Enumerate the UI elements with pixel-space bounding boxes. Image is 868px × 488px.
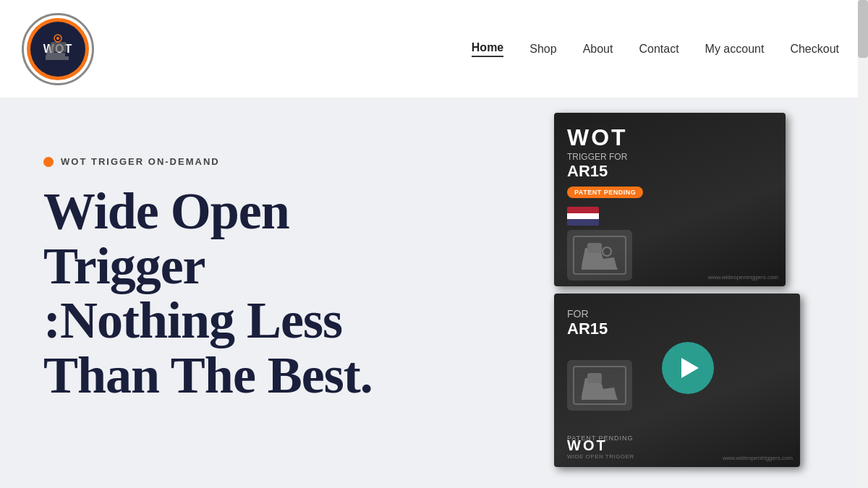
product-open-trigger-label: WIDE OPEN TRIGGER (567, 453, 634, 460)
hero-title-line4: Than The Best. (43, 346, 373, 404)
product-website-top: www.wideopentriggers.com (708, 274, 778, 281)
product-trigger-img-bottom (567, 360, 632, 411)
svg-rect-8 (587, 373, 602, 383)
svg-rect-3 (51, 42, 67, 52)
svg-rect-6 (587, 243, 602, 253)
hero-badge-row: WOT TRIGGER ON-DEMAND (43, 156, 463, 167)
hero-product-image: WOT TRIGGER FOR AR15 PATENT PENDING www.… (532, 98, 858, 488)
main-nav: Home Shop About Contact My account Check… (472, 41, 839, 57)
product-patent-top: PATENT PENDING (567, 187, 643, 198)
site-logo: WOT (22, 13, 94, 85)
product-trigger-img-top (567, 230, 632, 281)
hero-title: Wide Open Trigger :Nothing Less Than The… (43, 184, 463, 403)
svg-point-5 (56, 37, 59, 40)
nav-home[interactable]: Home (472, 41, 503, 57)
hero-badge-label: WOT TRIGGER ON-DEMAND (61, 156, 220, 167)
product-box-top: WOT TRIGGER FOR AR15 PATENT PENDING www.… (554, 113, 786, 286)
product-brand-top: WOT (567, 124, 773, 151)
hero-title-line2: Trigger (43, 237, 205, 295)
play-button[interactable] (662, 342, 714, 394)
nav-about[interactable]: About (583, 43, 613, 56)
product-website-bottom: www.wideopentriggers.com (723, 455, 793, 461)
nav-shop[interactable]: Shop (529, 43, 556, 56)
scrollbar[interactable] (858, 0, 868, 488)
product-ar15-bottom: AR15 (567, 320, 787, 338)
badge-dot-icon (43, 157, 54, 167)
hero-title-line3: :Nothing Less (43, 291, 342, 349)
logo-container[interactable]: WOT (22, 13, 94, 85)
product-flag-top (567, 207, 599, 226)
svg-point-7 (603, 247, 611, 256)
nav-contact[interactable]: Contact (639, 43, 678, 56)
scrollbar-thumb[interactable] (858, 0, 868, 58)
site-header: WOT Home Shop About Contact My account C… (0, 0, 868, 98)
product-trigger-for: TRIGGER FOR (567, 152, 773, 162)
hero-title-line1: Wide Open (43, 182, 289, 240)
hero-text: WOT TRIGGER ON-DEMAND Wide Open Trigger … (43, 142, 463, 403)
product-ar15-top: AR15 (567, 162, 773, 181)
nav-my-account[interactable]: My account (705, 43, 765, 56)
hero-section: WOT TRIGGER ON-DEMAND Wide Open Trigger … (0, 98, 858, 488)
product-brand-bottom: WOT (567, 437, 608, 454)
play-icon (681, 358, 699, 378)
nav-checkout[interactable]: Checkout (790, 43, 839, 56)
